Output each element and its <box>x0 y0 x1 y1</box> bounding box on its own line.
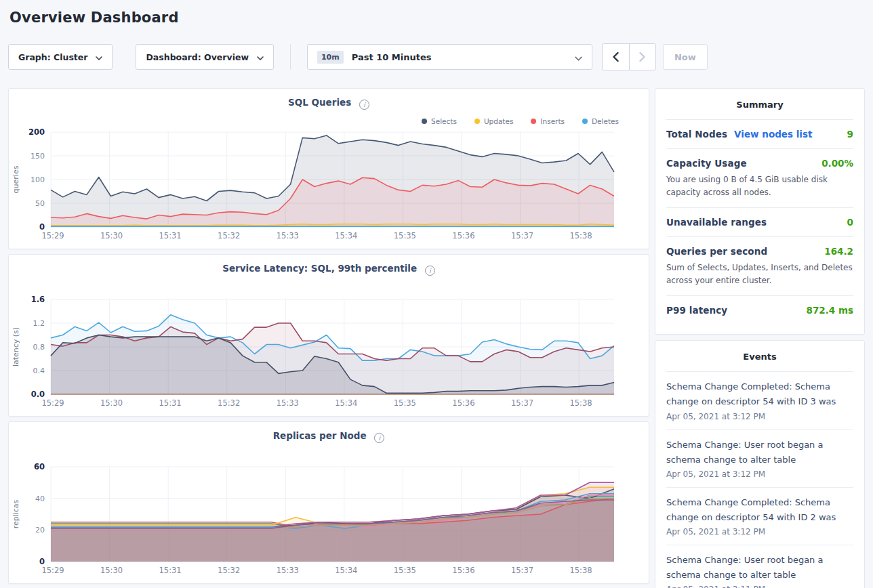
legend-item[interactable]: Inserts <box>531 116 565 127</box>
time-nav-arrows <box>602 43 656 70</box>
info-icon[interactable]: i <box>425 266 435 276</box>
overview-dashboard-page: Overview Dashboard Graph: Cluster Dashbo… <box>0 0 873 588</box>
svg-text:queries: queries <box>12 165 20 193</box>
summary-row-total-nodes: Total Nodes View nodes list 9 <box>666 119 853 148</box>
time-range-picker[interactable]: 10m Past 10 Minutes <box>307 44 592 70</box>
event-timestamp: Apr 05, 2021 at 3:12 PM <box>666 469 853 479</box>
service-latency-plot[interactable]: 0.00.40.81.21.615:2915:3015:3115:3215:33… <box>9 294 649 413</box>
summary-row-label: Queries per second <box>666 246 767 257</box>
graph-dropdown-label: Graph: Cluster <box>18 52 87 62</box>
summary-panel: Summary Total Nodes View nodes list 9 Ca… <box>655 88 865 335</box>
chart-title: SQL Queries <box>288 97 351 108</box>
events-panel: Events Schema Change Completed: Schema c… <box>655 340 865 588</box>
summary-row-label: Total Nodes <box>666 129 727 140</box>
svg-text:15:38: 15:38 <box>569 398 592 408</box>
svg-text:15:37: 15:37 <box>511 566 533 575</box>
svg-text:15:36: 15:36 <box>452 231 474 240</box>
chart-title-row: Replicas per Node i <box>9 430 649 446</box>
svg-text:15:29: 15:29 <box>41 398 64 408</box>
summary-row-value: 164.2 <box>824 246 853 257</box>
svg-text:15:30: 15:30 <box>100 398 123 408</box>
svg-text:replicas: replicas <box>12 499 20 528</box>
svg-text:40: 40 <box>35 495 45 503</box>
svg-text:15:29: 15:29 <box>41 231 64 240</box>
svg-text:15:37: 15:37 <box>511 231 533 240</box>
toolbar: Graph: Cluster Dashboard: Overview 10m P… <box>8 43 865 70</box>
dashboard-dropdown[interactable]: Dashboard: Overview <box>136 44 273 70</box>
summary-row-capacity-usage: Capacity Usage 0.00% You are using 0 B o… <box>666 148 853 207</box>
summary-row-label: Capacity Usage <box>666 158 747 169</box>
dashboard-dropdown-label: Dashboard: Overview <box>146 52 248 62</box>
sql-queries-plot[interactable]: 05010015020015:2915:3015:3115:3215:3315:… <box>9 127 649 246</box>
summary-row-label: P99 latency <box>666 305 727 316</box>
svg-text:15:33: 15:33 <box>277 566 299 575</box>
chevron-left-icon <box>613 52 619 62</box>
event-text: Schema Change: User root began a schema … <box>666 438 853 467</box>
event-timestamp: Apr 05, 2021 at 3:11 PM <box>666 585 853 588</box>
svg-text:15:34: 15:34 <box>335 231 357 240</box>
replicas-per-node-chart-card: Replicas per Node i 020406015:2915:3015:… <box>8 421 649 584</box>
main-content: SQL Queries i SelectsUpdatesInsertsDelet… <box>8 88 865 588</box>
svg-text:15:36: 15:36 <box>452 398 474 408</box>
now-button[interactable]: Now <box>663 44 708 70</box>
event-item[interactable]: Schema Change: User root began a schema … <box>666 545 853 588</box>
time-back-button[interactable] <box>603 44 629 70</box>
summary-row-value: 9 <box>847 129 853 140</box>
legend-item[interactable]: Selects <box>422 116 457 127</box>
svg-text:15:35: 15:35 <box>394 398 416 408</box>
svg-text:15:38: 15:38 <box>569 566 592 575</box>
graph-dropdown[interactable]: Graph: Cluster <box>8 44 113 70</box>
summary-row-value: 0.00% <box>821 158 853 169</box>
event-item[interactable]: Schema Change Completed: Schema change o… <box>666 487 853 545</box>
sql-queries-chart-card: SQL Queries i SelectsUpdatesInsertsDelet… <box>8 88 649 249</box>
view-nodes-list-link[interactable]: View nodes list <box>734 129 812 140</box>
summary-title: Summary <box>666 100 853 110</box>
chart-title: Service Latency: SQL, 99th percentile <box>222 263 417 274</box>
svg-text:15:36: 15:36 <box>452 566 474 575</box>
event-item[interactable]: Schema Change Completed: Schema change o… <box>666 371 853 429</box>
event-item[interactable]: Schema Change: User root began a schema … <box>666 429 853 487</box>
svg-text:15:32: 15:32 <box>218 398 240 408</box>
legend-item[interactable]: Deletes <box>582 116 619 127</box>
chevron-right-icon <box>639 52 645 62</box>
summary-row-description: You are using 0 B of 4.5 GiB usable disk… <box>666 173 853 198</box>
svg-text:1.6: 1.6 <box>31 295 45 304</box>
event-text: Schema Change Completed: Schema change o… <box>666 495 853 525</box>
legend-item[interactable]: Updates <box>474 116 514 127</box>
svg-text:15:34: 15:34 <box>335 566 357 575</box>
summary-row-description: Sum of Selects, Updates, Inserts, and De… <box>666 261 853 287</box>
replicas-per-node-plot[interactable]: 020406015:2915:3015:3115:3215:3315:3415:… <box>9 461 649 581</box>
chevron-down-icon <box>575 51 582 64</box>
svg-text:15:31: 15:31 <box>159 231 182 240</box>
time-forward-button[interactable] <box>629 44 655 70</box>
svg-text:15:31: 15:31 <box>159 566 182 575</box>
info-icon[interactable]: i <box>359 100 369 110</box>
svg-text:0: 0 <box>39 557 45 566</box>
info-icon[interactable]: i <box>374 433 384 443</box>
event-text: Schema Change Completed: Schema change o… <box>666 379 853 409</box>
legend-dot-icon <box>531 119 536 124</box>
svg-text:15:35: 15:35 <box>394 231 416 240</box>
charts-column: SQL Queries i SelectsUpdatesInsertsDelet… <box>8 88 649 588</box>
svg-text:15:38: 15:38 <box>569 231 592 240</box>
svg-text:15:35: 15:35 <box>394 566 416 575</box>
svg-text:15:30: 15:30 <box>100 566 123 575</box>
chevron-down-icon <box>257 52 264 62</box>
legend-dot-icon <box>474 119 480 124</box>
svg-text:15:32: 15:32 <box>218 231 240 240</box>
svg-text:20: 20 <box>35 526 45 534</box>
chart-title-row: SQL Queries i <box>9 97 649 113</box>
svg-text:15:34: 15:34 <box>335 398 357 408</box>
svg-text:15:33: 15:33 <box>277 398 299 408</box>
svg-text:15:33: 15:33 <box>277 231 299 240</box>
summary-row-unavailable-ranges: Unavailable ranges 0 <box>666 207 853 236</box>
summary-row-label: Unavailable ranges <box>666 217 767 228</box>
toolbar-divider <box>290 44 291 70</box>
svg-text:15:29: 15:29 <box>41 566 64 575</box>
chart-title-row: Service Latency: SQL, 99th percentile i <box>9 263 649 279</box>
event-timestamp: Apr 05, 2021 at 3:12 PM <box>666 527 853 537</box>
chart-title: Replicas per Node <box>273 430 367 441</box>
legend-dot-icon <box>582 119 588 124</box>
now-button-label: Now <box>674 52 696 62</box>
events-title: Events <box>666 352 853 362</box>
